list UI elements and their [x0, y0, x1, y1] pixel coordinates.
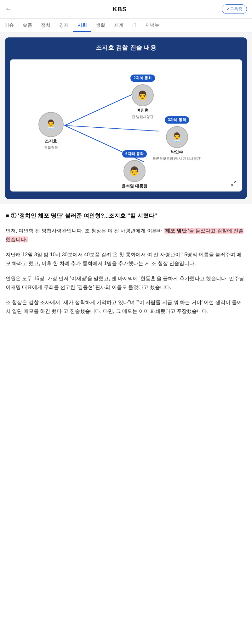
person-name-yoon: 윤석열 대통령: [122, 183, 147, 189]
person-name-yeo: 여인형: [136, 108, 149, 113]
badge-yoon: 6차례 통화: [122, 150, 147, 158]
svg-line-1: [65, 125, 159, 131]
paragraph-1-span: 체포 명단: [164, 228, 187, 234]
article-paragraph-4: 조 청장은 검찰 조사에서 "제가 정확하게 기억하고 있다"며 "'이 사람들…: [6, 298, 246, 316]
category-item-politics[interactable]: 정치: [37, 19, 55, 32]
category-navigation: 이슈숏폼정치경제사회생활세계IT저녁뉴: [0, 19, 252, 32]
category-item-society[interactable]: 사회: [73, 19, 91, 32]
app-title: KBS: [112, 6, 127, 13]
person-node-park: 3차례 통화👨‍💼박안수육군참모총장 (당시 계엄사령관): [152, 116, 202, 161]
subscribe-button[interactable]: ✓구독중: [222, 4, 247, 14]
infographic-section: 조지호 검찰 진술 내용 👨‍💼조지호경찰청장2차례 통화👨여인형전 방첩사령관…: [0, 32, 252, 204]
category-item-economy[interactable]: 경제: [55, 19, 73, 32]
person-name-park: 박안수: [171, 149, 183, 155]
badge-park: 3차례 통화: [165, 116, 189, 124]
category-item-issue[interactable]: 이슈: [0, 19, 18, 32]
avatar-park: 👨‍💼: [166, 126, 188, 148]
person-node-cho: 👨‍💼조지호경찰청장: [38, 112, 64, 150]
expand-icon[interactable]: [228, 178, 239, 189]
article-paragraph-1: 먼저, 여인형 전 방첩사령관입니다. 조 청장은 여 전 사령관에게 이른바 …: [6, 226, 246, 244]
svg-line-3: [234, 181, 236, 183]
person-title-park: 육군참모총장 (당시 계엄사령관): [152, 156, 202, 161]
article-content: ■ ① '정치인 체포 명단' 불러준 여인형?...조지호 "킬 시켰다" 먼…: [0, 204, 252, 330]
category-item-living[interactable]: 생활: [91, 19, 110, 32]
badge-yeo: 2차례 통화: [130, 75, 155, 82]
category-item-it[interactable]: IT: [128, 19, 141, 32]
avatar-yoon: 👨: [123, 160, 146, 182]
person-node-yeo: 2차례 통화👨여인형전 방첩사령관: [130, 75, 155, 119]
category-item-shorts[interactable]: 숏폼: [18, 19, 37, 32]
svg-line-4: [232, 184, 233, 186]
avatar-yeo: 👨: [132, 84, 154, 106]
paragraph-1-span: 먼저, 여인형 전 방첩사령관입니다. 조 청장은 여 전 사령관에게 이른바 …: [6, 228, 164, 233]
person-node-yoon: 6차례 통화👨윤석열 대통령: [122, 150, 147, 189]
article-paragraph-3: 인원은 모두 16명. 가장 먼저 '이재명'을 말했고, 맨 마지막에 '한동…: [6, 274, 246, 292]
article-section-title: ■ ① '정치인 체포 명단' 불러준 여인형?...조지호 "킬 시켰다": [6, 212, 246, 220]
infographic-content: 👨‍💼조지호경찰청장2차례 통화👨여인형전 방첩사령관3차례 통화👨‍💼박안수육…: [10, 59, 242, 192]
avatar-cho: 👨‍💼: [38, 112, 64, 137]
category-item-evening[interactable]: 저녁뉴: [141, 19, 164, 32]
person-title-yeo: 전 방첩사령관: [132, 114, 153, 119]
article-paragraph-2: 지난해 12월 3일 밤 10시 30분에서 40분쯤 걸려 온 첫 통화에서 …: [6, 250, 246, 268]
app-header: ← KBS ✓구독중: [0, 0, 252, 19]
person-title-cho: 경찰청장: [44, 145, 58, 150]
category-item-world[interactable]: 세계: [110, 19, 128, 32]
person-name-cho: 조지호: [45, 138, 57, 144]
infographic-box: 조지호 검찰 진술 내용 👨‍💼조지호경찰청장2차례 통화👨여인형전 방첩사령관…: [5, 37, 247, 199]
back-button[interactable]: ←: [5, 5, 18, 13]
node-graph: 👨‍💼조지호경찰청장2차례 통화👨여인형전 방첩사령관3차례 통화👨‍💼박안수육…: [16, 69, 236, 182]
infographic-title: 조지호 검찰 진술 내용: [10, 44, 242, 52]
